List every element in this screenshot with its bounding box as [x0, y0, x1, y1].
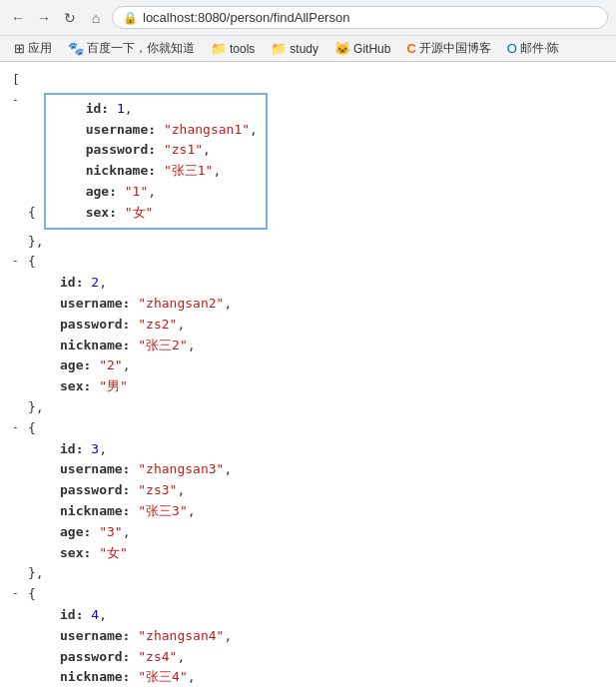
- field-username-2: username: "zhangsan2",: [60, 294, 232, 315]
- folder-icon-2: 📁: [271, 41, 287, 56]
- bookmark-label: tools: [230, 42, 255, 56]
- baidu-icon: 🐾: [68, 41, 84, 56]
- open-brace-3: {: [28, 420, 36, 435]
- bookmark-label: 邮件·陈: [520, 40, 559, 57]
- open-brace-2: {: [28, 254, 36, 269]
- address-bar[interactable]: 🔒 localhost:8080/person/findAllPerson: [112, 6, 608, 29]
- collapse-btn-1[interactable]: -: [12, 91, 24, 109]
- field-id-1: id: 1,: [86, 99, 258, 120]
- field-age-1: age: "1",: [86, 182, 258, 203]
- bookmark-label: study: [290, 42, 318, 56]
- open-brace-1: {: [28, 205, 36, 220]
- json-content: [ - { id: 1, username: "zhangsan1", pass…: [0, 62, 616, 688]
- browser-toolbar: ← → ↻ ⌂ 🔒 localhost:8080/person/findAllP…: [0, 0, 616, 35]
- close-brace-2: },: [28, 397, 232, 418]
- field-password-4: password: "zs4",: [60, 647, 232, 668]
- field-password-1: password: "zs1",: [86, 140, 258, 161]
- mail-icon: O: [507, 41, 517, 56]
- field-sex-2: sex: "男": [60, 376, 232, 397]
- bookmark-label: GitHub: [353, 42, 390, 56]
- field-password-2: password: "zs2",: [60, 315, 232, 336]
- person-2-row: - { id: 2, username: "zhangsan2", passwo…: [12, 252, 604, 417]
- person-3-fields: id: 3, username: "zhangsan3", password: …: [60, 439, 232, 564]
- bookmark-label: 百度一下，你就知道: [87, 40, 195, 57]
- open-brace-4: {: [28, 586, 36, 601]
- field-sex-3: sex: "女": [60, 543, 232, 564]
- bookmark-label: 开源中国博客: [419, 40, 491, 57]
- field-id-2: id: 2,: [60, 273, 232, 294]
- bookmark-github[interactable]: 🐱 GitHub: [328, 39, 396, 58]
- field-password-3: password: "zs3",: [60, 480, 232, 501]
- apps-icon: ⊞: [14, 41, 25, 56]
- field-age-3: age: "3",: [60, 522, 232, 543]
- field-username-1: username: "zhangsan1",: [86, 120, 258, 141]
- bookmark-tools[interactable]: 📁 tools: [205, 39, 261, 58]
- collapse-btn-2[interactable]: -: [12, 252, 24, 270]
- person-4-row: - { id: 4, username: "zhangsan4", passwo…: [12, 584, 604, 688]
- bookmark-oschina[interactable]: C 开源中国博客: [400, 38, 496, 59]
- bookmarks-bar: ⊞ 应用 🐾 百度一下，你就知道 📁 tools 📁 study 🐱 GitHu…: [0, 35, 616, 61]
- field-id-4: id: 4,: [60, 605, 232, 626]
- collapse-btn-4[interactable]: -: [12, 584, 24, 602]
- github-icon: 🐱: [334, 41, 350, 56]
- bookmark-mail[interactable]: O 邮件·陈: [501, 38, 565, 59]
- person-3-row: - { id: 3, username: "zhangsan3", passwo…: [12, 418, 604, 584]
- bookmark-study[interactable]: 📁 study: [265, 39, 324, 58]
- folder-icon: 📁: [211, 41, 227, 56]
- person-1-fields: id: 1, username: "zhangsan1", password: …: [86, 99, 258, 224]
- bookmark-baidu[interactable]: 🐾 百度一下，你就知道: [62, 38, 201, 59]
- field-nickname-1: nickname: "张三1",: [86, 161, 258, 182]
- person-4-fields: id: 4, username: "zhangsan4", password: …: [60, 605, 232, 688]
- person-1-object: id: 1, username: "zhangsan1", password: …: [44, 93, 268, 230]
- field-id-3: id: 3,: [60, 439, 232, 460]
- back-button[interactable]: ←: [8, 8, 28, 28]
- field-username-3: username: "zhangsan3",: [60, 459, 232, 480]
- field-nickname-3: nickname: "张三3",: [60, 501, 232, 522]
- person-1-row: - { id: 1, username: "zhangsan1", passwo…: [12, 91, 604, 253]
- field-nickname-4: nickname: "张三4",: [60, 667, 232, 688]
- field-nickname-2: nickname: "张三2",: [60, 336, 232, 356]
- forward-button[interactable]: →: [34, 8, 54, 28]
- open-bracket: [: [12, 70, 604, 91]
- lock-icon: 🔒: [123, 11, 138, 25]
- close-brace-1: },: [28, 232, 268, 253]
- home-button[interactable]: ⌂: [86, 8, 106, 28]
- collapse-btn-3[interactable]: -: [12, 418, 24, 436]
- person-2-fields: id: 2, username: "zhangsan2", password: …: [60, 273, 232, 397]
- url-text: localhost:8080/person/findAllPerson: [143, 10, 349, 25]
- oschina-icon: C: [406, 41, 415, 56]
- reload-button[interactable]: ↻: [60, 8, 80, 28]
- field-sex-1: sex: "女": [86, 203, 258, 224]
- bookmark-apps[interactable]: ⊞ 应用: [8, 38, 58, 59]
- bookmark-label: 应用: [28, 40, 52, 57]
- field-age-2: age: "2",: [60, 355, 232, 376]
- close-brace-3: },: [28, 563, 232, 584]
- field-username-4: username: "zhangsan4",: [60, 626, 232, 647]
- browser-chrome: ← → ↻ ⌂ 🔒 localhost:8080/person/findAllP…: [0, 0, 616, 62]
